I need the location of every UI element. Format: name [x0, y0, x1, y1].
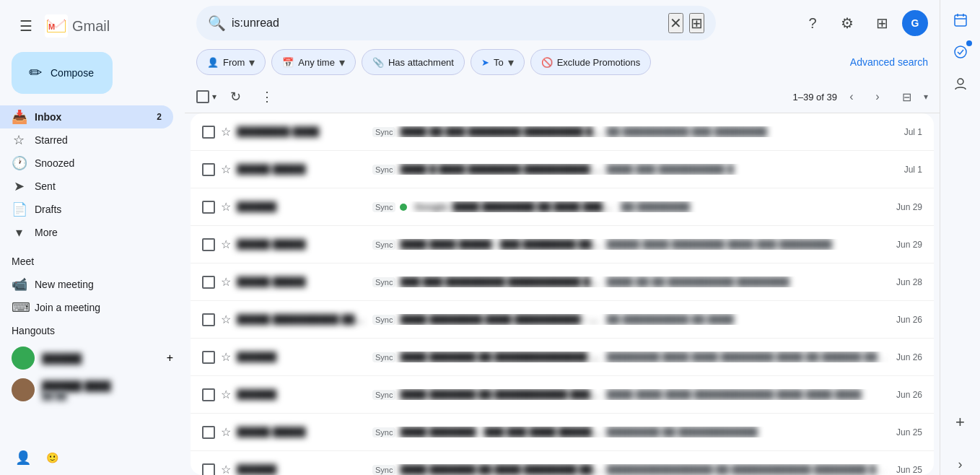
to-chip-icon: ➤	[481, 57, 489, 68]
email-sender: ██████	[237, 352, 367, 362]
prev-page-button[interactable]: ‹	[840, 85, 863, 108]
star-button[interactable]: ☆	[221, 238, 231, 251]
email-checkbox[interactable]	[202, 351, 215, 364]
hangout-item-1[interactable]: ██████ +	[12, 342, 173, 374]
email-checkbox[interactable]	[202, 163, 215, 176]
email-checkbox[interactable]	[202, 463, 215, 476]
table-row[interactable]: ☆ ██████ Sync ████ ███████ ██ ██████████…	[191, 339, 934, 376]
table-row[interactable]: ☆ ██████ Sync ████ ███████ ██ ████ █████…	[191, 451, 934, 475]
star-button[interactable]: ☆	[221, 350, 231, 364]
email-checkbox[interactable]	[202, 388, 215, 401]
filter-chip-from[interactable]: 👤 From ▾	[196, 49, 266, 75]
settings-button[interactable]: ⚙	[833, 9, 862, 38]
compose-label: Compose	[51, 67, 94, 79]
search-input[interactable]	[232, 17, 662, 30]
to-chip-label: To	[494, 57, 504, 68]
table-row[interactable]: ☆ ████████ ████ Sync ████ ██ ███ ███████…	[191, 113, 934, 151]
table-row[interactable]: ☆ ██████ Sync Google: ████ ████████ ██ █…	[191, 188, 934, 226]
hangout-name-2: ██████ ████	[42, 380, 111, 391]
hamburger-menu[interactable]: ☰	[12, 12, 40, 40]
sidebar-item-new-meeting[interactable]: 📹 New meeting	[0, 273, 173, 296]
hangout-item-2[interactable]: ██████ ████ ██ ██	[12, 374, 173, 406]
hangout-avatar-1	[12, 347, 35, 370]
sidebar-item-join-meeting[interactable]: ⌨ Join a meeting	[0, 296, 173, 319]
next-page-button[interactable]: ›	[866, 85, 889, 108]
star-button[interactable]: ☆	[221, 275, 231, 289]
sidebar-item-more[interactable]: ▾ More	[0, 221, 173, 244]
people-icon-button[interactable]: 👤	[12, 446, 35, 469]
density-button[interactable]: ⊟	[895, 85, 918, 108]
table-row[interactable]: ☆ █████ █████ Sync ████ ███████ - ███ ██…	[191, 414, 934, 451]
user-avatar[interactable]: G	[902, 10, 928, 36]
hangouts-extra-button[interactable]: 🙂	[40, 446, 64, 469]
select-all-checkbox[interactable]	[196, 90, 209, 103]
email-preview: ████████ ████ ████ ████████ ████ ██ ████…	[606, 352, 891, 362]
table-row[interactable]: ☆ █████ █████ Sync ███ ███ █████████ ███…	[191, 263, 934, 301]
filter-chip-exclude-promotions[interactable]: 🚫 Exclude Promotions	[530, 49, 652, 75]
help-button[interactable]: ?	[798, 9, 827, 38]
email-list-header: ▾ ↻ ⋮ 1–39 of 39 ‹ › ⊟ ▾	[185, 81, 940, 113]
email-subject: ████ ████████ ████ ██████████ - ███ ████…	[400, 314, 602, 325]
advanced-search-link[interactable]: Advanced search	[850, 56, 928, 68]
email-content: Sync ████ ████████ ████ ██████████ - ███…	[372, 314, 891, 325]
table-row[interactable]: ☆ ██████ Sync ████ ███████ ██ ██████████…	[191, 376, 934, 414]
sidebar-item-label-starred: Starred	[35, 134, 68, 146]
from-chip-arrow: ▾	[249, 56, 255, 69]
calendar-icon	[953, 13, 968, 27]
table-row[interactable]: ☆ █████ ██████████ ████ Sync ████ ██████…	[191, 301, 934, 339]
email-sender: █████ █████	[237, 239, 367, 250]
search-filter-button[interactable]: ⊞	[689, 13, 704, 33]
select-dropdown-arrow[interactable]: ▾	[212, 92, 216, 102]
compose-button[interactable]: ✏ Compose	[12, 52, 113, 94]
email-checkbox[interactable]	[202, 126, 215, 139]
email-preview: ████ ███ ██████████ █	[606, 164, 734, 175]
email-checkbox[interactable]	[202, 313, 215, 326]
contacts-panel-button[interactable]	[946, 69, 975, 98]
add-panel-button[interactable]: +	[946, 408, 975, 437]
email-preview: ██ ██████████ ███ ████████	[606, 126, 767, 137]
apps-button[interactable]: ⊞	[867, 9, 896, 38]
email-time: Jun 25	[896, 465, 922, 475]
sidebar-item-snoozed[interactable]: 🕐 Snoozed	[0, 152, 173, 175]
filter-chip-to[interactable]: ➤ To ▾	[471, 49, 525, 75]
pagination: 1–39 of 39 ‹ ›	[793, 85, 889, 108]
drafts-icon: 📄	[12, 201, 26, 217]
email-time: Jun 29	[896, 240, 922, 250]
email-content: Sync ████ ████ █████ - ███ ████████ ████…	[372, 239, 891, 250]
right-panel-expand[interactable]: ›	[955, 454, 966, 475]
calendar-panel-button[interactable]	[946, 6, 975, 35]
email-content: Sync ████ ███████ ██ ████ ████████ █████…	[372, 464, 891, 475]
sidebar-item-drafts[interactable]: 📄 Drafts	[0, 198, 173, 221]
table-row[interactable]: ☆ █████ █████ Sync ████ █ ████ ████████ …	[191, 151, 934, 188]
video-icon: 📹	[12, 276, 26, 292]
email-checkbox[interactable]	[202, 238, 215, 251]
star-button[interactable]: ☆	[221, 125, 231, 139]
email-checkbox[interactable]	[202, 276, 215, 289]
email-checkbox[interactable]	[202, 201, 215, 214]
search-clear-button[interactable]: ✕	[668, 13, 683, 33]
filter-chip-any-time[interactable]: 📅 Any time ▾	[271, 49, 356, 75]
star-button[interactable]: ☆	[221, 463, 231, 475]
sidebar-item-inbox[interactable]: 📥 Inbox 2	[0, 105, 173, 128]
sidebar-item-sent[interactable]: ➤ Sent	[0, 175, 173, 198]
density-dropdown[interactable]: ▾	[924, 92, 928, 102]
tasks-panel-button[interactable]	[946, 38, 975, 66]
gmail-m-logo: M	[43, 13, 69, 39]
filter-chip-has-attachment[interactable]: 📎 Has attachment	[362, 49, 465, 75]
sidebar-item-label-more: More	[35, 227, 58, 238]
sidebar-item-label-inbox: Inbox	[35, 111, 61, 123]
more-options-button[interactable]: ⋮	[254, 84, 280, 110]
sidebar-item-starred[interactable]: ☆ Starred	[0, 128, 173, 152]
add-hangout-button[interactable]: +	[167, 352, 173, 365]
refresh-button[interactable]: ↻	[222, 84, 248, 110]
star-button[interactable]: ☆	[221, 200, 231, 214]
inbox-icon: 📥	[12, 109, 26, 125]
star-button[interactable]: ☆	[221, 313, 231, 326]
tasks-icon	[953, 45, 968, 59]
star-button[interactable]: ☆	[221, 425, 231, 439]
table-row[interactable]: ☆ █████ █████ Sync ████ ████ █████ - ███…	[191, 226, 934, 263]
star-button[interactable]: ☆	[221, 162, 231, 176]
email-checkbox[interactable]	[202, 426, 215, 439]
email-content: Sync ████ █ ████ ████████ ██████████ ██ …	[372, 164, 898, 175]
star-button[interactable]: ☆	[221, 388, 231, 401]
